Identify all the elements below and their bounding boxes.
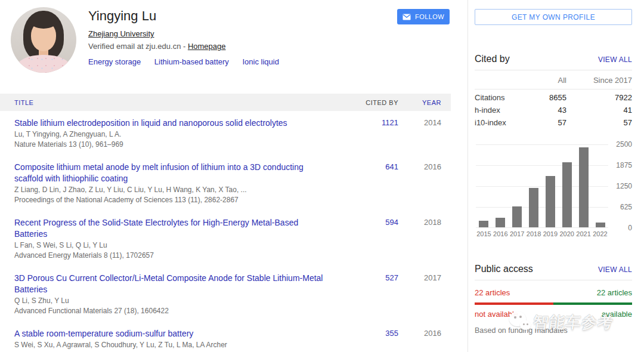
chart-year-label: 2020	[559, 230, 575, 237]
envelope-icon	[402, 14, 411, 20]
profile-photo[interactable]	[11, 7, 76, 73]
citation-bar-2022[interactable]	[596, 223, 605, 227]
citation-bar-2018[interactable]	[529, 188, 538, 227]
publication-row: 3D Porous Cu Current Collector/Li-Metal …	[0, 266, 451, 322]
profile-header: Yingying Lu Zhejiang University Verified…	[0, 0, 451, 81]
citation-bar-2021[interactable]	[579, 147, 589, 227]
publication-authors: Lu, T Yingying, A Zhengyuan, L A.	[14, 130, 333, 139]
i10-index-label[interactable]: i10-index	[475, 118, 515, 127]
publication-row: Composite lithium metal anode by melt in…	[0, 155, 451, 211]
publication-venue: Nature Materials 13 (10), 961–969	[14, 140, 333, 149]
publication-title-link[interactable]: A stable room-temperature sodium-sulfur …	[14, 328, 333, 339]
citations-row: Citations 8655 7922	[475, 93, 632, 102]
chart-y-tick-label: 1875	[616, 161, 632, 169]
available-label: available	[602, 310, 632, 319]
h-index-label[interactable]: h-index	[475, 106, 515, 115]
available-count-link[interactable]: 22 articles	[597, 288, 632, 297]
vertical-divider	[467, 0, 468, 352]
citation-bar-2019[interactable]	[546, 176, 555, 227]
get-my-own-profile-button[interactable]: GET MY OWN PROFILE	[475, 9, 632, 25]
chart-year-label: 2018	[526, 230, 542, 237]
sort-by-year-header[interactable]: YEAR	[398, 99, 441, 106]
i10-index-row: i10-index 57 57	[475, 118, 632, 127]
publications-table: TITLE CITED BY YEAR Stable lithium elect…	[0, 94, 451, 352]
h-index-all-value: 43	[515, 106, 566, 115]
citation-bar-2015[interactable]	[479, 221, 488, 227]
avatar-shoulders	[17, 55, 70, 73]
verified-email-row: Verified email at zju.edu.cn - Homepage	[88, 42, 451, 51]
chart-y-axis-labels: 2500187512506250	[612, 143, 632, 229]
column-since-2017: Since 2017	[566, 76, 632, 85]
publication-venue: Advanced Functional Materials 27 (18), 1…	[14, 307, 333, 316]
citation-bar-2016[interactable]	[496, 218, 505, 227]
cited-by-panel: Cited by VIEW ALL All Since 2017 Citatio…	[475, 48, 632, 127]
publication-authors: L Fan, S Wei, S Li, Q Li, Y Lu	[14, 241, 333, 250]
citations-label[interactable]: Citations	[475, 93, 515, 102]
funding-mandates-note: Based on funding mandates	[475, 326, 632, 335]
publication-authors: Z Liang, D Lin, J Zhao, Z Lu, Y Liu, C L…	[14, 186, 333, 194]
cited-by-count-link[interactable]: 355	[385, 329, 398, 338]
public-access-view-all-link[interactable]: VIEW ALL	[598, 265, 632, 274]
cited-by-view-all-link[interactable]: VIEW ALL	[598, 55, 632, 64]
chart-y-tick-label: 1250	[616, 182, 632, 190]
follow-button[interactable]: FOLLOW	[397, 9, 450, 24]
profile-name: Yingying Lu	[88, 8, 451, 24]
cited-by-count-link[interactable]: 641	[385, 162, 398, 171]
publication-row: A stable room-temperature sodium-sulfur …	[0, 322, 451, 352]
public-access-panel: Public access VIEW ALL 22 articles 22 ar…	[475, 258, 632, 335]
main-column: Yingying Lu Zhejiang University Verified…	[0, 0, 451, 352]
publication-title-link[interactable]: 3D Porous Cu Current Collector/Li-Metal …	[14, 273, 333, 295]
profile-info: Yingying Lu Zhejiang University Verified…	[88, 0, 451, 66]
publication-venue: Advanced Energy Materials 8 (11), 170265…	[14, 251, 333, 260]
citations-since-value: 7922	[566, 93, 632, 102]
follow-label: FOLLOW	[415, 13, 444, 20]
publication-year: 2018	[398, 217, 441, 260]
not-available-count-link[interactable]: 22 articles	[475, 288, 510, 297]
publication-title-link[interactable]: Composite lithium metal anode by melt in…	[14, 162, 333, 184]
chart-y-tick-label: 2500	[616, 140, 632, 149]
keywords-row: Energy storage Lithium-based battery Ion…	[88, 57, 451, 66]
scholar-profile-page: Yingying Lu Zhejiang University Verified…	[0, 0, 644, 352]
chart-y-tick-label: 0	[628, 224, 632, 232]
cited-by-count-link[interactable]: 527	[385, 273, 398, 282]
h-index-row: h-index 43 41	[475, 106, 632, 115]
publication-title-link[interactable]: Stable lithium electrodeposition in liqu…	[14, 118, 333, 129]
table-header-row: TITLE CITED BY YEAR	[0, 94, 451, 111]
publication-title-link[interactable]: Recent Progress of the Solid-State Elect…	[14, 217, 333, 240]
citations-all-value: 8655	[515, 93, 566, 102]
keyword-ionic-liquid[interactable]: Ionic liquid	[242, 57, 278, 66]
verified-email-text: Verified email at zju.edu.cn -	[88, 42, 188, 51]
sort-by-title-header[interactable]: TITLE	[14, 99, 345, 106]
keyword-lithium-battery[interactable]: Lithium-based battery	[154, 57, 229, 66]
available-bar-segment	[553, 302, 632, 305]
i10-index-since-value: 57	[566, 118, 632, 127]
chart-x-axis-labels: 20152016201720182019202020212022	[476, 230, 608, 237]
public-access-heading: Public access	[475, 264, 533, 274]
publication-year: 2014	[398, 118, 441, 149]
citation-bar-2020[interactable]	[562, 162, 572, 227]
publication-authors: Q Li, S Zhu, Y Lu	[14, 297, 333, 305]
chart-y-tick-label: 625	[620, 203, 632, 211]
cited-by-count-link[interactable]: 594	[385, 218, 398, 227]
right-sidebar: GET MY OWN PROFILE Cited by VIEW ALL All…	[475, 0, 632, 335]
citations-per-year-chart: 20152016201720182019202020212022 2500187…	[475, 143, 632, 240]
chart-year-label: 2016	[493, 230, 509, 237]
keyword-energy-storage[interactable]: Energy storage	[88, 57, 141, 66]
column-all: All	[515, 76, 566, 85]
chart-plot-area	[476, 144, 608, 228]
chart-year-label: 2015	[476, 230, 492, 237]
i10-index-all-value: 57	[515, 118, 566, 127]
publication-year: 2016	[398, 328, 441, 352]
publication-row: Stable lithium electrodeposition in liqu…	[0, 111, 451, 155]
citation-bar-2017[interactable]	[512, 206, 522, 227]
publication-year: 2017	[398, 273, 441, 316]
publication-venue: Proceedings of the National Academy of S…	[14, 196, 333, 205]
homepage-link[interactable]: Homepage	[188, 42, 226, 51]
chart-bars	[476, 144, 608, 227]
chart-year-label: 2017	[509, 230, 525, 237]
sort-by-cited-header[interactable]: CITED BY	[345, 99, 398, 106]
cited-by-count-link[interactable]: 1121	[382, 118, 398, 127]
affiliation-link[interactable]: Zhejiang University	[88, 29, 154, 38]
chart-year-label: 2021	[575, 230, 592, 237]
publication-authors: S Wei, S Xu, A Agrawral, S Choudhury, Y …	[14, 341, 333, 350]
